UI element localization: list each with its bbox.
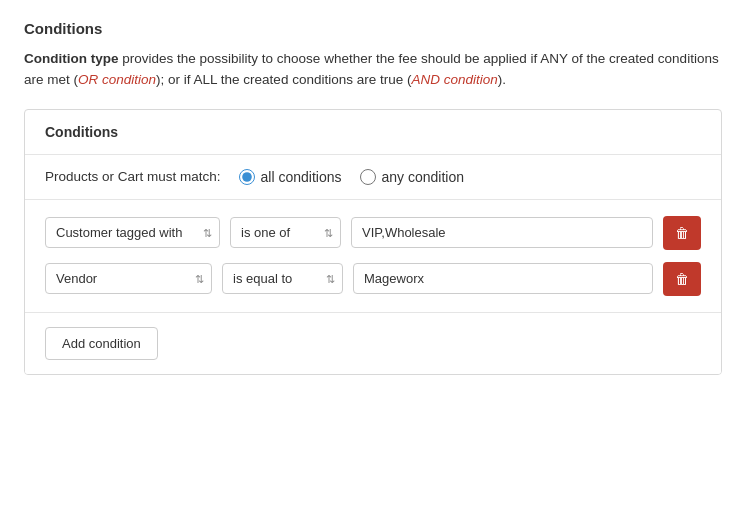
condition-row-2: Customer tagged with Vendor Product Cate… (45, 262, 701, 296)
conditions-rows: Customer tagged with Vendor Product Cate… (25, 200, 721, 313)
description: Condition type provides the possibility … (24, 49, 722, 91)
match-label: Products or Cart must match: (45, 169, 221, 184)
delete-icon-1: 🗑 (675, 225, 689, 241)
description-text: provides the possibility to choose wheth… (24, 51, 719, 87)
condition-operator-wrapper-2: is equal to is one of is not equal to co… (222, 263, 343, 294)
delete-icon-2: 🗑 (675, 271, 689, 287)
radio-group: all conditions any condition (239, 169, 464, 185)
delete-condition-button-2[interactable]: 🗑 (663, 262, 701, 296)
radio-all-label: all conditions (261, 169, 342, 185)
add-condition-button[interactable]: Add condition (45, 327, 158, 360)
radio-any-label: any condition (382, 169, 465, 185)
conditions-box: Conditions Products or Cart must match: … (24, 109, 722, 375)
conditions-box-title: Conditions (45, 124, 118, 140)
radio-all-conditions[interactable]: all conditions (239, 169, 342, 185)
condition-value-input-1[interactable] (351, 217, 653, 248)
condition-type-wrapper-2: Customer tagged with Vendor Product Cate… (45, 263, 212, 294)
condition-operator-select-1[interactable]: is one of is not one of is equal to cont… (230, 217, 341, 248)
condition-value-input-2[interactable] (353, 263, 653, 294)
condition-operator-wrapper-1: is one of is not one of is equal to cont… (230, 217, 341, 248)
conditions-box-header: Conditions (25, 110, 721, 155)
condition-type-wrapper-1: Customer tagged with Vendor Product Cate… (45, 217, 220, 248)
add-condition-row: Add condition (25, 313, 721, 374)
match-row: Products or Cart must match: all conditi… (25, 155, 721, 200)
radio-any-input[interactable] (360, 169, 376, 185)
radio-all-input[interactable] (239, 169, 255, 185)
condition-row-1: Customer tagged with Vendor Product Cate… (45, 216, 701, 250)
condition-type-label: Condition type (24, 51, 119, 66)
delete-condition-button-1[interactable]: 🗑 (663, 216, 701, 250)
radio-any-condition[interactable]: any condition (360, 169, 465, 185)
condition-operator-select-2[interactable]: is equal to is one of is not equal to co… (222, 263, 343, 294)
condition-type-select-2[interactable]: Customer tagged with Vendor Product Cate… (45, 263, 212, 294)
condition-type-select-1[interactable]: Customer tagged with Vendor Product Cate… (45, 217, 220, 248)
section-title: Conditions (24, 20, 722, 37)
